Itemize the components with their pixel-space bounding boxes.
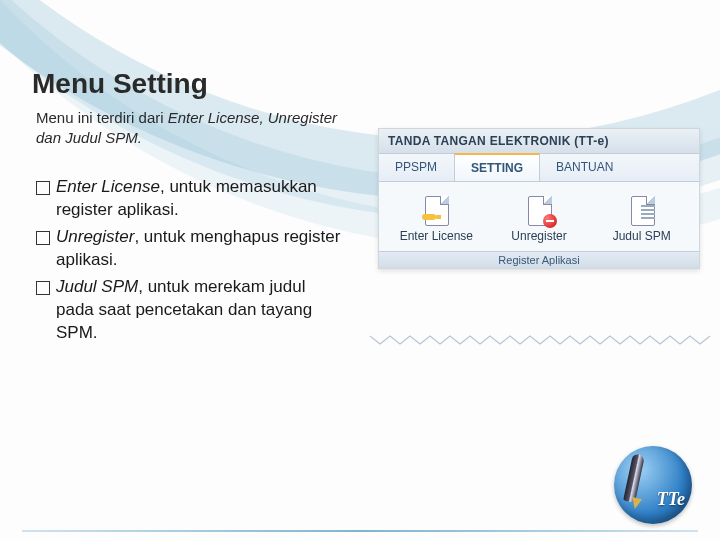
- ribbon-group-label: Register Aplikasi: [379, 251, 699, 268]
- bullet-marker-icon: [36, 231, 50, 245]
- unregister-icon: [523, 194, 555, 226]
- bullet-term: Enter License: [56, 177, 160, 196]
- bullet-marker-icon: [36, 281, 50, 295]
- page-subtitle: Menu ini terdiri dari Enter License, Unr…: [36, 108, 346, 149]
- tte-logo: TTe: [614, 446, 692, 524]
- page-title: Menu Setting: [32, 68, 208, 100]
- button-label: Unregister: [490, 229, 589, 243]
- bullet-item: Enter License, untuk memasukkan register…: [36, 176, 346, 222]
- slide-bottom-border: [22, 530, 698, 532]
- bullet-term: Unregister: [56, 227, 134, 246]
- document-title-icon: [626, 194, 658, 226]
- bullet-item: Judul SPM, untuk merekam judul pada saat…: [36, 276, 346, 345]
- tab-bantuan[interactable]: BANTUAN: [540, 154, 630, 181]
- tab-bar: PPSPM SETTING BANTUAN: [379, 154, 699, 182]
- bullet-item: Unregister, untuk menghapus register apl…: [36, 226, 346, 272]
- tab-ppspm[interactable]: PPSPM: [379, 154, 454, 181]
- button-label: Enter License: [387, 229, 486, 243]
- button-label: Judul SPM: [592, 229, 691, 243]
- bullet-marker-icon: [36, 181, 50, 195]
- bullet-term: Judul SPM: [56, 277, 138, 296]
- enter-license-button[interactable]: Enter License: [385, 190, 488, 247]
- window-titlebar: TANDA TANGAN ELEKTRONIK (TT-e): [379, 129, 699, 154]
- license-key-icon: [420, 194, 452, 226]
- logo-text: TTe: [657, 489, 685, 510]
- tab-setting[interactable]: SETTING: [454, 153, 540, 181]
- torn-edge-icon: [370, 332, 710, 348]
- unregister-button[interactable]: Unregister: [488, 190, 591, 247]
- subtitle-lead: Menu ini terdiri dari: [36, 109, 168, 126]
- judul-spm-button[interactable]: Judul SPM: [590, 190, 693, 247]
- app-window: TANDA TANGAN ELEKTRONIK (TT-e) PPSPM SET…: [378, 128, 700, 269]
- pen-icon: [623, 453, 645, 502]
- ribbon-group: Enter License Unregister Judul SPM: [379, 182, 699, 251]
- bullet-list: Enter License, untuk memasukkan register…: [36, 176, 346, 349]
